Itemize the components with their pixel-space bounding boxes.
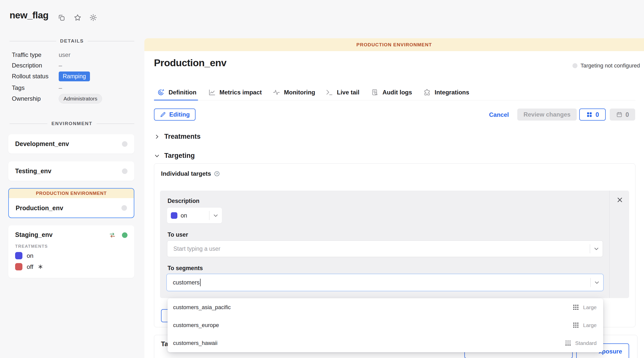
calendar-icon xyxy=(616,111,623,118)
tab-label: Live tail xyxy=(337,89,359,96)
puzzle-icon xyxy=(423,89,431,96)
tab-label: Monitoring xyxy=(284,89,315,96)
definition-target-icon xyxy=(157,89,165,96)
layout-count-button[interactable]: 0 xyxy=(579,109,606,121)
detail-row-rollout-status: Rollout status Ramping xyxy=(12,71,134,81)
detail-row-traffic-type: Traffic type user xyxy=(12,50,134,60)
to-segments-input[interactable]: customers xyxy=(166,274,604,291)
active-tab-indicator xyxy=(154,100,198,100)
flag-name: new_flag xyxy=(10,10,48,21)
default-treatment-asterisk-icon xyxy=(38,264,43,270)
tab-metrics-impact[interactable]: Metrics impact xyxy=(208,85,262,100)
rule-box-divider xyxy=(609,191,610,298)
tab-definition[interactable]: Definition xyxy=(157,85,197,100)
page-title: Production_env xyxy=(154,57,227,68)
segment-option-europe[interactable]: customers_europe Large xyxy=(168,316,603,334)
segment-standard-grid-icon xyxy=(565,340,571,346)
targeting-status: Targeting not configured xyxy=(572,62,640,69)
tab-monitoring[interactable]: Monitoring xyxy=(273,85,315,100)
select-divider xyxy=(209,211,209,220)
env-status-dot xyxy=(122,168,127,174)
pencil-icon xyxy=(160,111,166,118)
detail-value: user xyxy=(59,51,71,58)
details-heading: DETAILS xyxy=(60,38,84,44)
description-label: Description xyxy=(168,198,200,204)
schedule-count-button[interactable]: 0 xyxy=(610,109,635,121)
env-status-dot xyxy=(122,141,127,147)
env-name: Testing_env xyxy=(15,167,51,175)
detail-value: – xyxy=(59,84,62,91)
star-icon[interactable] xyxy=(74,14,82,22)
chevron-right-icon xyxy=(154,134,160,140)
to-user-label: To user xyxy=(168,231,188,238)
ownership-pill[interactable]: Administrators xyxy=(59,94,102,103)
environment-divider: ENVIRONMENT xyxy=(10,121,134,126)
tab-label: Metrics impact xyxy=(219,89,262,96)
review-changes-button[interactable]: Review changes xyxy=(517,109,577,121)
treatment-select[interactable]: on xyxy=(167,208,222,223)
grid-icon xyxy=(586,111,593,118)
detail-row-ownership: Ownership Administrators xyxy=(12,94,134,104)
treatment-select-value: on xyxy=(181,212,209,219)
tabs-divider xyxy=(154,100,635,100)
segment-option-hawaii[interactable]: customers_hawaii Standard xyxy=(168,334,603,352)
flag-detail-page: new_flag DETAILS Traffic type user Descr… xyxy=(0,0,644,358)
env-status-dot xyxy=(121,205,127,211)
env-card-staging[interactable]: Staging_env TREATMENTS on off xyxy=(8,225,134,278)
audit-document-icon xyxy=(371,89,379,96)
cancel-link[interactable]: Cancel xyxy=(489,111,509,118)
chevron-down-icon[interactable] xyxy=(593,245,600,252)
treatment-off-label: off xyxy=(27,263,33,270)
detail-label: Tags xyxy=(12,84,59,91)
tab-integrations[interactable]: Integrations xyxy=(423,85,469,100)
status-dot xyxy=(572,63,577,68)
targeting-section-header[interactable]: Targeting xyxy=(154,152,195,160)
close-icon[interactable] xyxy=(616,196,624,204)
copy-icon[interactable] xyxy=(57,14,66,22)
env-name: Development_env xyxy=(15,140,69,148)
tab-live-tail[interactable]: Live tail xyxy=(326,85,359,100)
to-user-input[interactable] xyxy=(167,245,590,252)
detail-label: Traffic type xyxy=(12,51,59,58)
gear-icon[interactable] xyxy=(89,14,97,22)
segments-input-value: customers xyxy=(167,279,200,286)
chevron-down-icon xyxy=(154,153,160,159)
segment-large-grid-icon xyxy=(572,304,579,311)
svg-text:?: ? xyxy=(216,172,218,175)
swap-arrows-icon xyxy=(109,232,116,238)
treatments-section-header[interactable]: Treatments xyxy=(154,133,201,140)
section-heading-partial: Ta xyxy=(161,340,168,348)
production-environment-banner: PRODUCTION ENVIRONMENT xyxy=(144,38,644,51)
terminal-icon xyxy=(326,89,333,96)
environment-heading: ENVIRONMENT xyxy=(51,121,92,126)
pulse-icon xyxy=(273,89,280,96)
chevron-down-icon[interactable] xyxy=(594,279,600,286)
text-caret xyxy=(200,279,201,286)
env-name: Staging_env xyxy=(15,231,53,238)
metrics-chart-icon xyxy=(208,89,216,96)
treatments-section-title: Treatments xyxy=(164,133,201,140)
status-text: Targeting not configured xyxy=(581,62,640,69)
treatment-off-swatch xyxy=(15,263,22,270)
to-segments-label: To segments xyxy=(168,265,203,272)
segments-dropdown: customers_asia_pacific Large customers_e… xyxy=(168,298,603,352)
layout-count: 0 xyxy=(596,111,599,118)
env-card-production[interactable]: PRODUCTION ENVIRONMENT Production_env xyxy=(8,188,134,218)
env-card-testing[interactable]: Testing_env xyxy=(8,161,134,181)
treatment-on-label: on xyxy=(27,252,34,259)
tab-label: Audit logs xyxy=(382,89,412,96)
segment-option-asia-pacific[interactable]: customers_asia_pacific Large xyxy=(168,298,603,316)
env-card-development[interactable]: Development_env xyxy=(8,134,134,154)
detail-row-tags: Tags – xyxy=(12,83,134,93)
editing-button[interactable]: Editing xyxy=(154,109,196,121)
rollout-status-badge[interactable]: Ramping xyxy=(59,71,90,81)
env-name: Production_env xyxy=(16,204,63,212)
schedule-count: 0 xyxy=(626,111,629,118)
production-env-banner: PRODUCTION ENVIRONMENT xyxy=(9,189,134,198)
treatment-color-swatch xyxy=(171,212,177,219)
help-icon[interactable]: ? xyxy=(214,171,220,176)
tab-audit-logs[interactable]: Audit logs xyxy=(371,85,412,100)
segment-large-grid-icon xyxy=(572,322,579,329)
treatment-on-row: on xyxy=(15,252,34,259)
treatment-off-row: off xyxy=(15,263,43,270)
